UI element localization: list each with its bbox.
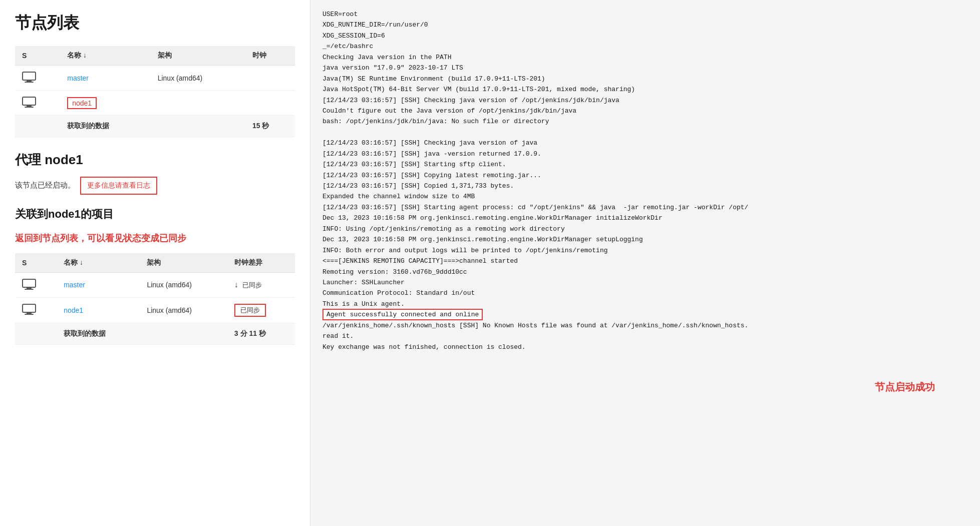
right-panel: USER=root XDG_RUNTIME_DIR=/run/user/0 XD… (310, 0, 980, 526)
svg-rect-1 (27, 80, 32, 82)
col-clock: 时钟 (245, 46, 295, 66)
col-name-b: 名称 ↓ (57, 253, 140, 273)
node-name-master[interactable]: master (60, 66, 150, 91)
node-name-node1[interactable]: node1 (60, 91, 150, 116)
left-panel: 节点列表 S 名称 ↓ 架构 时钟 (0, 0, 310, 526)
table-row: node1 Linux (amd64) 已同步 (15, 297, 295, 323)
computer-icon (22, 283, 36, 291)
table-row: master Linux (amd64) ↓ 已同步 (15, 272, 295, 297)
footer-clock: 15 秒 (245, 116, 295, 137)
node-icon-cell (15, 91, 60, 116)
table-row: node1 (15, 91, 295, 116)
svg-rect-4 (27, 105, 32, 107)
svg-rect-9 (23, 304, 36, 312)
node-clock-master (245, 66, 295, 91)
proxy-title: 代理 node1 (15, 151, 295, 169)
computer-icon (22, 308, 36, 316)
bottom-table-footer: 获取到的数据 3 分 11 秒 (15, 323, 295, 344)
svg-rect-2 (25, 82, 34, 83)
b-node-icon-cell (15, 272, 57, 297)
svg-rect-0 (23, 72, 36, 80)
table-row: master Linux (amd64) (15, 66, 295, 91)
log-highlight-line: Agent successfully connected and online (322, 309, 483, 320)
related-projects-title: 关联到node1的项目 (15, 207, 295, 222)
node-clock-node1 (245, 91, 295, 116)
col-arch-b: 架构 (140, 253, 227, 273)
log-link[interactable]: 更多信息请查看日志 (80, 177, 157, 195)
svg-rect-10 (27, 312, 32, 314)
log-output: USER=root XDG_RUNTIME_DIR=/run/user/0 XD… (322, 9, 968, 352)
svg-rect-8 (25, 289, 34, 290)
top-table-header-row: S 名称 ↓ 架构 时钟 (15, 46, 295, 66)
computer-icon (22, 101, 36, 109)
svg-rect-5 (25, 107, 34, 108)
b-node-name-master[interactable]: master (57, 272, 140, 297)
col-name: 名称 ↓ (60, 46, 150, 66)
footer-arch-empty (151, 116, 245, 137)
svg-rect-7 (27, 287, 32, 289)
b-node-arch-node1: Linux (amd64) (140, 297, 227, 323)
bottom-table-header-row: S 名称 ↓ 架构 时钟差异 (15, 253, 295, 273)
b-node-arch-master: Linux (amd64) (140, 272, 227, 297)
b-footer-icon-cell (15, 323, 57, 344)
svg-rect-3 (23, 97, 36, 105)
page-title: 节点列表 (15, 12, 295, 34)
col-arch: 架构 (151, 46, 245, 66)
b-footer-clock-value: 3 分 11 秒 (227, 323, 295, 344)
synced-badge-master: 已同步 (242, 281, 262, 290)
node-icon-cell (15, 66, 60, 91)
success-annotation: 节点启动成功 (875, 380, 935, 394)
top-node-table: S 名称 ↓ 架构 时钟 master (15, 46, 295, 137)
col-clock-diff-b: 时钟差异 (227, 253, 295, 273)
col-status-b: S (15, 253, 57, 273)
b-node-name-node1[interactable]: node1 (57, 297, 140, 323)
footer-icon-cell (15, 116, 60, 137)
annotation-text: 返回到节点列表，可以看见状态变成已同步 (15, 232, 295, 245)
node-arch-master: Linux (amd64) (151, 66, 245, 91)
arrow-down-icon: ↓ (234, 280, 238, 289)
b-footer-label: 获取到的数据 (57, 323, 140, 344)
top-table-footer: 获取到的数据 15 秒 (15, 116, 295, 137)
b-node-icon-cell2 (15, 297, 57, 323)
computer-icon (22, 76, 36, 84)
footer-label: 获取到的数据 (60, 116, 150, 137)
col-status: S (15, 46, 60, 66)
svg-rect-6 (23, 279, 36, 287)
node-arch-node1 (151, 91, 245, 116)
proxy-description: 该节点已经启动。 更多信息请查看日志 (15, 177, 295, 195)
bottom-node-table: S 名称 ↓ 架构 时钟差异 master (15, 253, 295, 345)
b-node-clock-node1: 已同步 (227, 297, 295, 323)
b-node-clock-master: ↓ 已同步 (227, 272, 295, 297)
synced-badge-node1-boxed: 已同步 (234, 304, 266, 317)
b-footer-arch-empty (140, 323, 227, 344)
svg-rect-11 (25, 314, 34, 315)
